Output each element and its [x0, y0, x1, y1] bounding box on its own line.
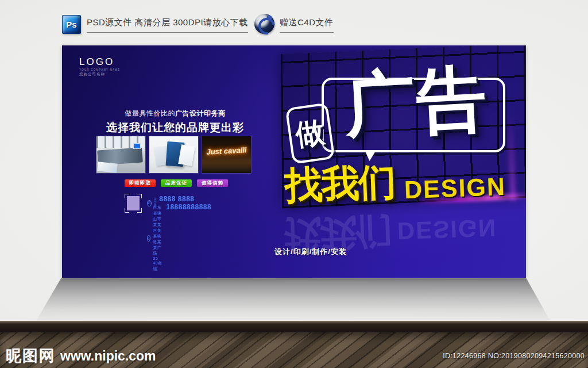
badge-quality: 品质保证 — [161, 179, 192, 187]
badge-instant-print: 即喷即取 — [125, 179, 156, 187]
poster-preview: LOGO YOUR COMPANY NAME 您的公司名称 做最具性价比的广告设… — [62, 45, 526, 278]
site-watermark: 昵图网 www.nipic.com — [6, 346, 156, 366]
photoshop-icon: Ps — [62, 15, 81, 34]
psd-note-label: PSD源文件 高清分层 300DPI请放心下载 — [87, 17, 248, 33]
c4d-note-label: 赠送C4D文件 — [280, 17, 334, 33]
ps-icon-label: Ps — [66, 20, 76, 29]
location-icon: ⌂ — [147, 235, 150, 241]
sign-ledge-decor — [202, 166, 251, 173]
site-url: www.nipic.com — [60, 348, 156, 364]
services-text: 设计/印刷/制作/安装 — [250, 247, 371, 257]
sign-glow-text: Just cavalli — [204, 145, 249, 156]
headline-design: DESIGN — [404, 172, 506, 204]
headline-zuo: 做 — [293, 112, 327, 154]
tagline-small-prefix: 做最具性价比的 — [125, 109, 176, 117]
thumb-brochure-photo — [149, 136, 198, 173]
qr-corner — [125, 194, 129, 198]
reflection-design: DESIGN — [397, 214, 497, 245]
badge-trust: 值得信赖 — [197, 179, 228, 187]
cinema4d-icon — [254, 14, 274, 34]
poster-shadow — [33, 278, 553, 322]
headline-guanggao: 广告 — [319, 45, 514, 164]
showcase-thumbnails: Just cavalli — [96, 136, 251, 173]
phone-numbers: 8888 8888 18888888888 — [159, 195, 212, 211]
qr-code-placeholder — [125, 194, 142, 213]
headline-zhaowomen: 找我们 — [284, 156, 396, 212]
tagline-block: 做最具性价比的广告设计印务商 选择我们让您的品牌更出彩 — [92, 109, 258, 135]
thumb-signage-photo: Just cavalli — [202, 136, 251, 173]
address-row: ⌂ 广东省佛山市某某区某某街道某某广场35-40商铺 — [147, 205, 163, 272]
tagline-small-bold: 广告设计印务商 — [175, 109, 226, 117]
printer-screen-shape — [133, 143, 141, 149]
phone-number: 8888 8888 — [159, 195, 194, 203]
thumb-printer-photo — [96, 136, 145, 173]
logo-subtitle-cn: 您的公司名称 — [79, 72, 120, 77]
mobile-number: 18888888888 — [166, 203, 211, 211]
qr-corner — [125, 208, 129, 213]
site-logo: 昵图网 — [6, 346, 56, 366]
tagline-main: 选择我们让您的品牌更出彩 — [92, 120, 258, 135]
qr-corner — [137, 208, 142, 213]
logo-title: LOGO — [79, 56, 120, 68]
logo-subtitle-en: YOUR COMPANY NAME — [79, 68, 120, 71]
hotline-label-line1: 咨询 — [154, 197, 157, 203]
brochure-page-shape — [178, 144, 195, 166]
company-logo: LOGO YOUR COMPANY NAME 您的公司名称 — [79, 56, 120, 77]
baseboard — [0, 321, 588, 332]
address-text: 广东省佛山市某某区某某街道某某广场35-40商铺 — [153, 205, 162, 272]
image-id-text: ID:12246968 NO:20190802094215620000 — [443, 352, 585, 360]
feature-badges: 即喷即取 品质保证 值得信赖 — [125, 179, 228, 187]
qr-corner — [137, 194, 142, 198]
printer-paper-shape — [97, 162, 117, 172]
tagline-small: 做最具性价比的广告设计印务商 — [92, 109, 258, 118]
speech-bubble-frame: 做 — [285, 102, 335, 164]
